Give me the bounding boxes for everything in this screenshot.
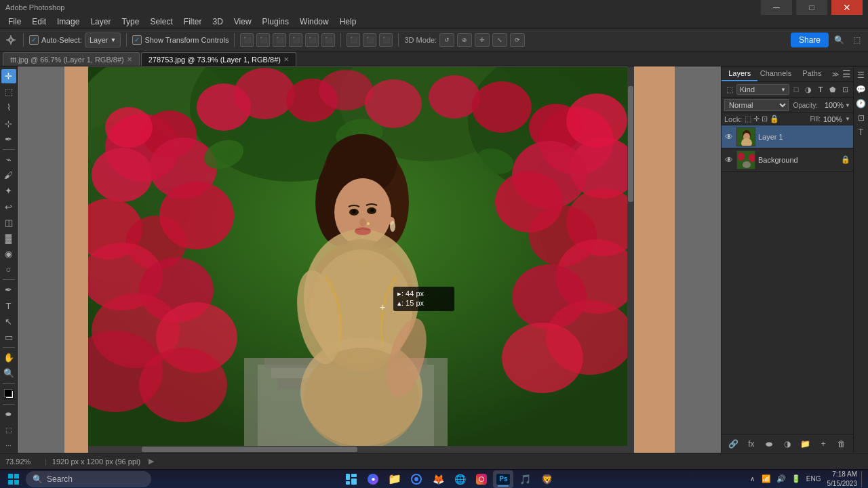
menu-item-type[interactable]: Type <box>116 16 144 27</box>
opacity-value[interactable]: 100% <box>819 101 844 109</box>
lock-all-icon[interactable]: 🔒 <box>770 115 779 123</box>
delete-layer-btn[interactable]: 🗑 <box>835 438 848 450</box>
tray-volume-icon[interactable]: 🔊 <box>774 472 788 486</box>
horizontal-scroll-thumb[interactable] <box>142 447 357 452</box>
taskbar-cortana-icon[interactable]: ● <box>363 470 383 488</box>
taskbar-firefox-icon[interactable]: 🦊 <box>428 470 448 488</box>
lock-artboard-icon[interactable]: ⊡ <box>762 115 768 123</box>
crop-tool[interactable]: ⊹ <box>1 117 16 131</box>
filter-pixel-icon[interactable]: □ <box>791 84 802 95</box>
show-desktop-btn[interactable] <box>861 471 865 487</box>
distribute-more-btn[interactable]: ⬛ <box>379 33 393 47</box>
adjustment-btn[interactable]: ◑ <box>781 438 793 450</box>
tab-278753-close-icon[interactable]: ✕ <box>283 56 289 63</box>
filter-smart-icon[interactable]: ⊡ <box>840 84 850 95</box>
tab-ttt[interactable]: ttt.jpg @ 66.7% (Layer 1, RGB/8#) ✕ <box>3 52 140 66</box>
tray-network-icon[interactable]: 📶 <box>760 472 773 486</box>
auto-select-checkbox[interactable]: ✓ <box>29 35 39 45</box>
align-bottom-btn[interactable]: ⬛ <box>321 33 335 47</box>
canvas-image[interactable]: ▸: 44 px ▴: 15 px + <box>88 66 634 453</box>
menu-item-view[interactable]: View <box>229 16 257 27</box>
horizontal-scrollbar[interactable] <box>88 446 627 453</box>
clone-tool[interactable]: ✦ <box>1 184 16 198</box>
menu-item-file[interactable]: File <box>3 16 26 27</box>
blur-tool[interactable]: ◉ <box>1 247 16 261</box>
distribute-h-btn[interactable]: ⬛ <box>347 33 360 47</box>
quick-mask-btn[interactable]: ⬬ <box>1 407 16 422</box>
fill-value[interactable]: 100% <box>823 115 842 123</box>
link-layers-btn[interactable]: 🔗 <box>727 438 739 450</box>
align-center-h-btn[interactable]: ⬛ <box>256 33 270 47</box>
panel-toggle-btn[interactable]: ⬚ <box>849 33 864 47</box>
close-btn[interactable]: ✕ <box>831 0 863 15</box>
heal-tool[interactable]: ⌁ <box>1 152 16 167</box>
move-tool[interactable]: ✛ <box>1 69 16 83</box>
align-left-btn[interactable]: ⬛ <box>240 33 254 47</box>
lasso-tool[interactable]: ⌇ <box>1 100 16 115</box>
mini-adjust-icon[interactable]: ⊡ <box>855 112 867 124</box>
menu-item-plugins[interactable]: Plugins <box>257 16 294 27</box>
align-center-v-btn[interactable]: ⬛ <box>305 33 319 47</box>
fg-bg-color[interactable] <box>1 386 16 401</box>
menu-item-layer[interactable]: Layer <box>85 16 116 27</box>
mini-history-icon[interactable]: 🕐 <box>855 98 867 110</box>
toolbar-search-icon[interactable]: 🔍 <box>831 33 846 47</box>
mini-layers-icon[interactable]: ☰ <box>855 69 867 81</box>
tray-battery-icon[interactable]: 🔋 <box>789 472 803 486</box>
share-button[interactable]: Share <box>791 33 829 47</box>
canvas-area[interactable]: ▸: 44 px ▴: 15 px + <box>18 66 721 453</box>
dodge-tool[interactable]: ○ <box>1 262 16 277</box>
tab-paths[interactable]: Paths <box>794 66 830 81</box>
brush-tool[interactable]: 🖌 <box>1 168 16 182</box>
menu-item-select[interactable]: Select <box>144 16 178 27</box>
maximize-btn[interactable]: □ <box>796 0 827 15</box>
vertical-scrollbar[interactable] <box>627 66 634 453</box>
filter-text-icon[interactable]: T <box>815 84 826 95</box>
zoom-value[interactable]: 73.92% <box>5 458 39 466</box>
taskbar-brave-icon[interactable]: 🦁 <box>536 470 557 488</box>
lock-pixel-icon[interactable]: ⬚ <box>745 115 751 123</box>
taskbar-tiktok-icon[interactable]: 🎵 <box>515 470 535 488</box>
panel-menu-btn[interactable]: ☰ <box>841 66 853 81</box>
start-button[interactable] <box>3 471 24 487</box>
menu-item-filter[interactable]: Filter <box>178 16 208 27</box>
taskbar-chrome-icon[interactable] <box>406 470 427 488</box>
tab-channels[interactable]: Channels <box>757 66 793 81</box>
blend-mode-select[interactable]: Normal Multiply Screen <box>724 99 789 111</box>
minimize-btn[interactable]: ─ <box>761 0 792 15</box>
mini-comment-icon[interactable]: 💬 <box>855 83 867 96</box>
3d-move-btn[interactable]: ✛ <box>475 33 490 47</box>
tray-lang-indicator[interactable]: ENG <box>804 475 823 483</box>
eraser-tool[interactable]: ◫ <box>1 216 16 230</box>
hand-tool[interactable]: ✋ <box>1 350 16 365</box>
3d-pan-btn[interactable]: ⊕ <box>457 33 472 47</box>
gradient-tool[interactable]: ▓ <box>1 231 16 245</box>
layer1-visibility-icon[interactable]: 👁 <box>724 132 734 142</box>
filter-kind-icon[interactable]: ⬚ <box>724 84 735 95</box>
menu-item-image[interactable]: Image <box>52 16 85 27</box>
tab-layers[interactable]: Layers <box>722 66 757 81</box>
3d-roll-btn[interactable]: ⟳ <box>510 33 525 47</box>
vertical-scroll-thumb[interactable] <box>628 86 633 202</box>
type-tool[interactable]: T <box>1 299 16 313</box>
kind-dropdown[interactable]: Kind ▼ <box>736 84 789 95</box>
canvas-document[interactable]: ▸: 44 px ▴: 15 px + <box>64 66 675 453</box>
show-transform-checkbox[interactable]: ✓ <box>132 35 142 45</box>
taskbar-widget-icon[interactable] <box>341 470 361 488</box>
group-btn[interactable]: 📁 <box>800 438 812 450</box>
pen-tool[interactable]: ✒ <box>1 283 16 297</box>
new-layer-btn[interactable]: + <box>817 438 829 450</box>
menu-item-help[interactable]: Help <box>334 16 362 27</box>
eyedropper-tool[interactable]: ✒ <box>1 132 16 146</box>
lock-position-icon[interactable]: ✛ <box>753 115 760 123</box>
taskbar-search-bar[interactable]: 🔍 Search <box>26 471 151 487</box>
zoom-tool[interactable]: 🔍 <box>1 366 16 380</box>
menu-item-window[interactable]: Window <box>294 16 334 27</box>
clock-display[interactable]: 7:18 AM 5/15/2023 <box>825 470 861 489</box>
tray-up-arrow[interactable]: ∧ <box>747 472 758 486</box>
tab-278753[interactable]: 278753.jpg @ 73.9% (Layer 1, RGB/8#) ✕ <box>141 52 296 66</box>
extra-tools-btn[interactable]: ··· <box>1 439 16 453</box>
layer-dropdown[interactable]: Layer ▼ <box>85 33 121 47</box>
shape-tool[interactable]: ▭ <box>1 330 16 344</box>
taskbar-instagram-icon[interactable] <box>471 470 492 488</box>
